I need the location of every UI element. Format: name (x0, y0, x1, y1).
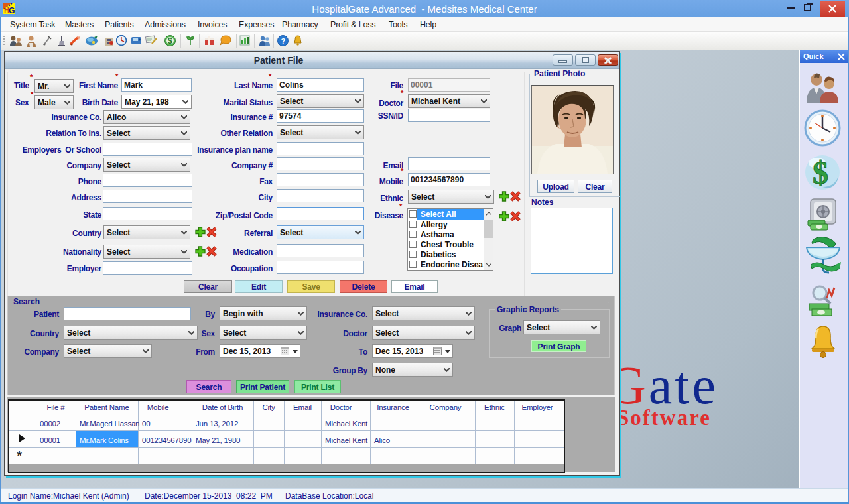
svg-text:$: $ (813, 155, 828, 190)
svg-text:$: $ (168, 36, 172, 46)
svg-text:?: ? (281, 37, 286, 45)
